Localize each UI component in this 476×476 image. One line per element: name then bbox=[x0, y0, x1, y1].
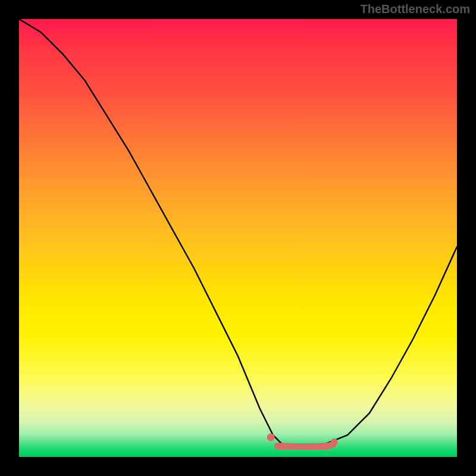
watermark-text: TheBottleneck.com bbox=[361, 2, 470, 16]
bottleneck-curve bbox=[19, 19, 457, 448]
chart-svg bbox=[19, 19, 457, 457]
min-region-bar bbox=[277, 441, 334, 446]
chart-plot-area bbox=[19, 19, 457, 457]
min-point-dot bbox=[267, 433, 275, 441]
